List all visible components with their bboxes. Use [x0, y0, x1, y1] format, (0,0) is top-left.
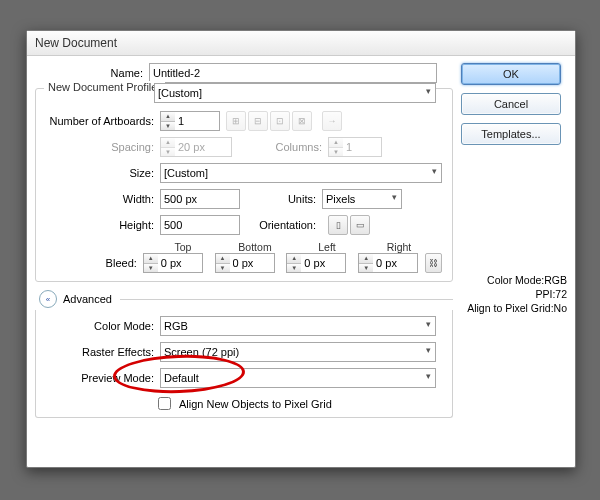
bleed-left-spinner[interactable]: ▲▼ [286, 253, 346, 273]
spacing-spinner: ▲▼ [160, 137, 232, 157]
spacing-label: Spacing: [46, 141, 160, 153]
bleed-left-input[interactable] [301, 253, 346, 273]
columns-spinner: ▲▼ [328, 137, 382, 157]
align-grid-checkbox[interactable] [158, 397, 171, 410]
size-select[interactable]: [Custom] [160, 163, 442, 183]
size-label: Size: [46, 167, 160, 179]
columns-label: Columns: [232, 141, 328, 153]
align-grid-label: Align New Objects to Pixel Grid [179, 398, 332, 410]
width-label: Width: [46, 193, 160, 205]
info-panel: Color Mode:RGB PPI:72 Align to Pixel Gri… [461, 273, 567, 315]
title-bar: New Document [27, 31, 575, 56]
raster-label: Raster Effects: [46, 346, 160, 358]
window-title: New Document [35, 36, 117, 50]
info-colormode: Color Mode:RGB [461, 273, 567, 287]
advanced-label: Advanced [63, 293, 112, 305]
preview-label: Preview Mode: [46, 372, 160, 384]
height-input[interactable] [160, 215, 240, 235]
ok-button[interactable]: OK [461, 63, 561, 85]
units-select[interactable]: Pixels [322, 189, 402, 209]
colormode-label: Color Mode: [46, 320, 160, 332]
preview-select[interactable]: Default [160, 368, 436, 388]
name-input[interactable] [149, 63, 437, 83]
spacing-input [175, 137, 232, 157]
divider [120, 299, 453, 300]
bleed-top-spinner[interactable]: ▲▼ [143, 253, 203, 273]
advanced-toggle-icon[interactable]: « [39, 290, 57, 308]
row-icon: ⊡ [270, 111, 290, 131]
profile-legend: New Document Profile: [44, 81, 165, 93]
bleed-label: Bleed: [46, 257, 143, 269]
bleed-bottom-spinner[interactable]: ▲▼ [215, 253, 275, 273]
bleed-bottom-label: Bottom [226, 241, 284, 253]
info-ppi: PPI:72 [461, 287, 567, 301]
bleed-top-input[interactable] [158, 253, 203, 273]
profile-group: New Document Profile: [Custom] Number of… [35, 88, 453, 282]
raster-select[interactable]: Screen (72 ppi) [160, 342, 436, 362]
bleed-right-input[interactable] [373, 253, 418, 273]
bleed-bottom-input[interactable] [230, 253, 275, 273]
units-label: Units: [240, 193, 322, 205]
height-label: Height: [46, 219, 160, 231]
ltr-icon: → [322, 111, 342, 131]
orientation-label: Orientation: [240, 219, 322, 231]
bleed-left-label: Left [298, 241, 356, 253]
profile-select[interactable]: [Custom] [154, 83, 436, 103]
info-align: Align to Pixel Grid:No [461, 301, 567, 315]
landscape-icon[interactable]: ▭ [350, 215, 370, 235]
bleed-top-label: Top [154, 241, 212, 253]
bleed-right-spinner[interactable]: ▲▼ [358, 253, 418, 273]
grid-by-row-icon: ⊞ [226, 111, 246, 131]
name-label: Name: [35, 67, 149, 79]
colormode-select[interactable]: RGB [160, 316, 436, 336]
col-icon: ⊠ [292, 111, 312, 131]
width-input[interactable] [160, 189, 240, 209]
artboards-label: Number of Artboards: [46, 115, 160, 127]
templates-button[interactable]: Templates... [461, 123, 561, 145]
new-document-dialog: New Document OK Cancel Templates... Colo… [26, 30, 576, 468]
columns-input [343, 137, 382, 157]
grid-by-col-icon: ⊟ [248, 111, 268, 131]
cancel-button[interactable]: Cancel [461, 93, 561, 115]
artboards-spinner[interactable]: ▲▼ [160, 111, 220, 131]
artboards-input[interactable] [175, 111, 220, 131]
portrait-icon[interactable]: ▯ [328, 215, 348, 235]
link-bleed-icon[interactable]: ⛓ [425, 253, 442, 273]
bleed-right-label: Right [370, 241, 428, 253]
